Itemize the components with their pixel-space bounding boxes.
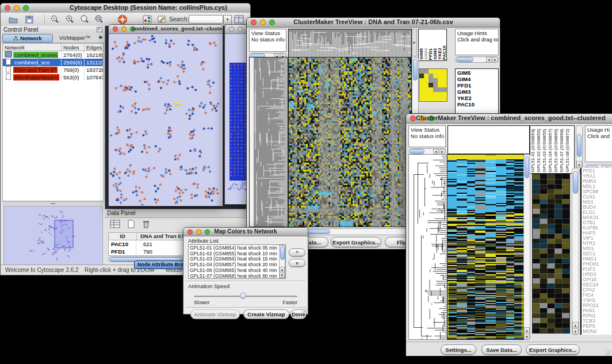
scroll-left-button[interactable]: ◄ <box>486 57 492 62</box>
data-panel-header: Data Panel <box>105 209 250 218</box>
control-panel-splitter[interactable] <box>2 201 103 205</box>
close-button[interactable] <box>5 5 10 11</box>
vscroll-thumb[interactable] <box>525 156 529 178</box>
vscroll-thumb[interactable] <box>280 246 285 260</box>
tv2-gene-list[interactable]: PFD1YRA1RNR4MSL1SPC98CLN1NIS1BUD4ELG1MAK… <box>580 168 611 335</box>
tv1-yellow-heatmap[interactable] <box>419 68 447 102</box>
hscroll-thumb[interactable] <box>306 229 330 234</box>
vscroll-thumb[interactable] <box>573 171 578 194</box>
tv2-bottom-bar: Settings... Save Data... Export Graphics… <box>406 342 612 356</box>
zoom-in-icon[interactable] <box>64 14 75 24</box>
dialog-titlebar[interactable]: Map Colors to Network <box>183 228 308 236</box>
tv1-heatmap[interactable] <box>288 57 412 227</box>
delete-attribute-icon[interactable] <box>140 219 152 229</box>
resize-grip[interactable] <box>605 349 611 355</box>
column-label: GPL51-03 (GSM856) <box>542 129 547 173</box>
tv2-settings-button[interactable]: Settings... <box>441 344 476 355</box>
scroll-down-button[interactable]: ▼ <box>572 328 579 334</box>
gene-label: MON2 <box>583 329 610 334</box>
tv1-export-graphics-button[interactable]: Export Graphics... <box>331 237 381 247</box>
zoom-out-icon[interactable] <box>49 14 60 24</box>
zoom-selected-icon[interactable] <box>93 14 105 24</box>
network-view-titlebar[interactable]: combined_scores_good.txt--cluste... <box>109 25 223 34</box>
tv1-col-scroll-arrow[interactable]: ► <box>412 29 417 56</box>
help-lifering-icon[interactable] <box>117 14 128 24</box>
attrlist-vscrollbar[interactable]: ▲ ▼ <box>279 245 285 278</box>
treeview2-titlebar[interactable]: ClusterMaker TreeView : combined_scores_… <box>406 114 612 124</box>
scroll-up-button[interactable]: ▲ <box>280 267 285 272</box>
column-label: GPL51-08 (GSM872) <box>565 129 570 173</box>
float-panel-icon[interactable] <box>97 27 102 33</box>
scroll-up-button[interactable]: ▲ <box>572 322 579 328</box>
zoom-fit-icon[interactable] <box>79 14 90 24</box>
scroll-thumb[interactable] <box>410 149 424 154</box>
attribute-listbox[interactable]: GPL51-01 (GSM854) heat shock 05 minGPL51… <box>188 244 286 279</box>
control-panel-title: Control Panel <box>3 26 39 33</box>
attribute-down-button[interactable]: v <box>289 259 305 267</box>
search-input[interactable] <box>189 15 223 24</box>
animate-vizmap-button[interactable]: Animate Vizmap <box>190 309 240 319</box>
treeview1-titlebar[interactable]: ClusterMaker TreeView : DNA and Tran 07-… <box>247 18 500 28</box>
network-overview-canvas[interactable] <box>3 206 103 266</box>
search-dropdown-button[interactable]: ▼ <box>223 15 232 25</box>
tv2-heatmap[interactable] <box>447 154 524 340</box>
tv2-export-graphics-button[interactable]: Export Graphics... <box>526 344 580 355</box>
main-titlebar[interactable]: Cytoscape Desktop (Session Name: collins… <box>1 3 250 13</box>
col-id[interactable]: ID <box>109 233 137 240</box>
tab-network[interactable]: Network <box>2 34 53 43</box>
table-mode-icon[interactable] <box>109 219 121 229</box>
annotation-icon[interactable] <box>156 14 167 24</box>
tv2-vscrollbar[interactable]: ▲ ▼ <box>523 154 530 340</box>
close-button[interactable] <box>229 26 234 32</box>
main-window-title: Cytoscape Desktop (Session Name: collins… <box>70 4 250 11</box>
resize-grip[interactable] <box>216 200 223 206</box>
tv1-hints-scrollbar[interactable]: ◄ ► <box>455 56 499 63</box>
scroll-right-button[interactable]: ► <box>492 57 498 62</box>
table-panel-icon[interactable] <box>233 14 244 24</box>
animation-slider[interactable] <box>194 293 297 300</box>
minimize-button[interactable] <box>238 26 243 32</box>
attribute-item[interactable]: GPL51-07 (GSM868) heat shock 60 min <box>190 274 284 279</box>
scroll-thumb[interactable] <box>456 57 473 62</box>
resize-grip[interactable] <box>301 307 307 313</box>
tv2-column-dendrogram[interactable] <box>447 125 530 154</box>
new-attribute-icon[interactable] <box>125 219 137 229</box>
scroll-down-button[interactable]: ▼ <box>524 334 530 339</box>
network-row[interactable]: DNA and Tran 07 769(0) 183728(0) <box>3 66 104 74</box>
tv1-column-dendrogram[interactable] <box>288 29 412 58</box>
tv2-genes-scrollbar[interactable]: ▲ ▼ <box>572 168 579 335</box>
scroll-down-button[interactable]: ▼ <box>280 273 285 278</box>
tv2-view-status: View StatusNo status info f <box>408 125 446 147</box>
network-table: NetworkNodesEdges combined_scores 2764(0… <box>2 43 104 201</box>
minimize-button[interactable] <box>14 5 20 11</box>
vscroll-thumb[interactable] <box>413 59 418 81</box>
save-icon[interactable] <box>24 14 35 24</box>
tv2-zoom-heatmap[interactable] <box>532 174 570 334</box>
open-file-icon[interactable] <box>7 14 19 24</box>
zoom-button[interactable] <box>23 5 29 11</box>
vscroll-thumb[interactable] <box>577 134 582 157</box>
attribute-up-button[interactable]: ^ <box>289 248 305 256</box>
network-row[interactable]: combined_scores 2764(0) 16218(0) <box>3 51 104 59</box>
scroll-right-button[interactable]: ► <box>439 149 445 154</box>
tv2-usage-hints: Usage HiClick and <box>585 125 612 162</box>
tv1-row-dendrogram[interactable] <box>249 57 288 227</box>
network-row[interactable]: RNAPuberNov2+I 563(0) 107847(0) <box>3 74 104 81</box>
minimize-button[interactable] <box>121 26 127 32</box>
tv2-row-dendrogram[interactable] <box>408 154 448 340</box>
scroll-up-button[interactable]: ▲ <box>576 161 582 167</box>
data-panel-title: Data Panel <box>107 210 135 216</box>
scroll-up-button[interactable]: ▲ <box>524 327 530 333</box>
create-vizmap-button[interactable]: Create Vizmap <box>243 309 289 319</box>
tabs-overflow-arrow[interactable]: ▶ <box>100 35 103 40</box>
tv2-collabel-scrollbar[interactable]: ▲ ▼ <box>576 125 583 174</box>
close-button[interactable] <box>113 26 118 32</box>
slider-thumb[interactable] <box>240 293 246 299</box>
treeview2-title: ClusterMaker TreeView : combined_scores_… <box>406 114 612 121</box>
scroll-left-button[interactable]: ◄ <box>433 149 439 154</box>
network-canvas[interactable] <box>109 34 221 205</box>
tab-vizmapper[interactable]: VizMapper™ <box>54 34 95 41</box>
node-attributes-icon[interactable] <box>141 14 153 24</box>
network-row[interactable]: combined_sco 2569(6) 13112(15) <box>3 59 104 66</box>
tv2-save-data-button[interactable]: Save Data... <box>481 344 522 355</box>
